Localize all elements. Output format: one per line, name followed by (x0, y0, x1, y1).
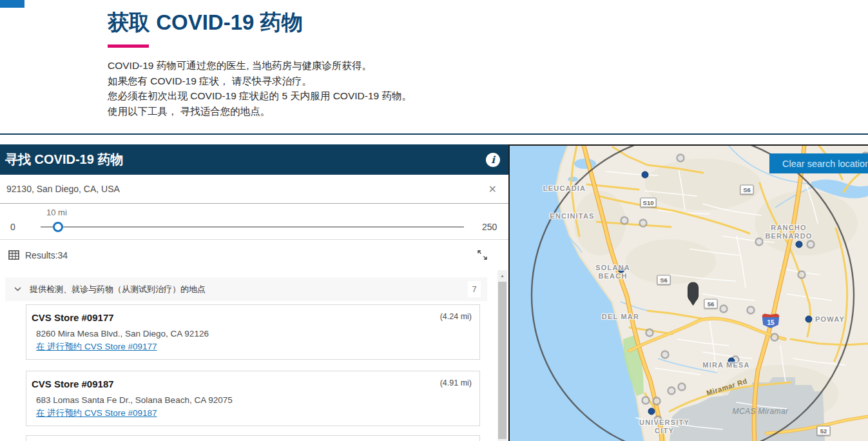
intro-line: 您必须在初次出现 COVID-19 症状起的 5 天内服用 COVID-19 药… (108, 88, 520, 104)
title-divider (108, 44, 149, 48)
scroll-up-arrow[interactable]: ▲ (497, 270, 507, 280)
slider-max-label: 250 (482, 222, 497, 232)
chevron-down-icon (14, 287, 21, 291)
search-row: ✕ (0, 175, 508, 204)
store-name: CVS Store #09187 (32, 378, 114, 389)
results-table-icon (8, 250, 19, 260)
page-title: 获取 COVID-19 药物 (108, 9, 520, 36)
section-divider-rule (0, 133, 868, 135)
slider-handle[interactable] (53, 222, 63, 232)
result-card: CVS Store #09187 (4.91 mi) 683 Lomas San… (26, 371, 480, 426)
list-scrollbar[interactable]: ▲ (497, 270, 507, 441)
route-shield-s10: S10 (641, 198, 657, 208)
section-count-badge: 7 (468, 281, 481, 297)
finder-title: 寻找 COVID-19 药物 (5, 151, 123, 168)
result-card-partial (26, 435, 480, 441)
city-label-line: BERNARDO (765, 232, 812, 240)
city-label-solana-beach: SOLANA BEACH (595, 264, 630, 280)
info-icon[interactable]: i (486, 153, 500, 167)
city-label-line: RANCHO (765, 224, 812, 232)
route-shield-s6: S6 (657, 275, 671, 285)
results-section-header[interactable]: 提供检测、就诊与药物（从测试到治疗）的地点 7 (5, 277, 487, 301)
top-banner-fragment (0, 0, 24, 8)
city-label-line: BEACH (595, 272, 630, 280)
store-name: CVS Store #09177 (32, 312, 114, 323)
city-label-line: CITY (639, 427, 690, 435)
intro-text: COVID-19 药物可通过您的医生, 当地药房与健康诊所获得。 如果您有 CO… (108, 58, 520, 119)
city-label-mira-mesa: MIRA MESA (702, 361, 749, 369)
radius-slider: 0 10 mi 250 (0, 204, 508, 240)
city-label-university-city: UNIVERSITY CITY (639, 418, 690, 435)
finder-header: 寻找 COVID-19 药物 i (0, 144, 508, 175)
city-label-line: UNIVERSITY (639, 418, 690, 427)
appointment-link[interactable]: 在 进行预约 CVS Store #09177 (36, 341, 157, 353)
finder-widget: 寻找 COVID-19 药物 i ✕ 0 10 mi 250 Results:3… (0, 144, 508, 441)
section-title: 提供检测、就诊与药物（从测试到治疗）的地点 (30, 284, 206, 295)
route-shield-52: 52 (817, 426, 831, 436)
close-icon[interactable]: ✕ (486, 182, 499, 197)
results-list: 提供检测、就诊与药物（从测试到治疗）的地点 7 CVS Store #09177… (0, 270, 508, 441)
city-label-leucadia: LEUCADIA (543, 184, 586, 193)
store-distance: (4.91 mi) (440, 378, 472, 387)
store-distance: (4.24 mi) (440, 312, 472, 321)
results-row: Results:34 (0, 240, 508, 270)
search-input[interactable] (6, 184, 486, 194)
area-label-mcas-miramar: MCAS Miramar (733, 407, 789, 416)
slider-min-label: 0 (10, 222, 15, 232)
slider-track[interactable] (41, 226, 464, 228)
store-address: 683 Lomas Santa Fe Dr., Solana Beach, CA… (32, 395, 472, 405)
result-card: CVS Store #09177 (4.24 mi) 8260 Mira Mes… (26, 304, 480, 360)
intro-section: 获取 COVID-19 药物 COVID-19 药物可通过您的医生, 当地药房与… (108, 9, 520, 119)
route-shield-s6: S6 (740, 185, 754, 195)
expand-icon[interactable] (477, 250, 488, 261)
city-label-line: SOLANA (595, 264, 630, 272)
store-address: 8260 Mira Mesa Blvd., San Diego, CA 9212… (32, 329, 472, 338)
city-label-encinitas: ENCINITAS (550, 212, 594, 220)
clear-search-location-button[interactable]: Clear search location (769, 153, 868, 173)
intro-line: COVID-19 药物可通过您的医生, 当地药房与健康诊所获得。 (108, 58, 520, 74)
city-label-rancho-bernardo: RANCHO BERNARDO (765, 224, 812, 240)
city-label-del-mar: DEL MAR (602, 313, 639, 321)
map-panel[interactable]: LEUCADIA ENCINITAS SOLANA BEACH DEL MAR … (508, 144, 868, 441)
intro-line: 如果您有 COVID-19 症状， 请尽快寻求治疗。 (108, 74, 520, 89)
city-label-poway: POWAY (815, 315, 845, 324)
appointment-link[interactable]: 在 进行预约 CVS Store #09187 (36, 407, 157, 419)
slider-value-label: 10 mi (46, 208, 67, 217)
results-count-label: Results:34 (25, 250, 68, 260)
scrollbar-thumb[interactable] (498, 282, 506, 439)
route-shield-56: 56 (704, 299, 718, 309)
intro-line: 使用以下工具， 寻找适合您的地点。 (108, 104, 520, 119)
